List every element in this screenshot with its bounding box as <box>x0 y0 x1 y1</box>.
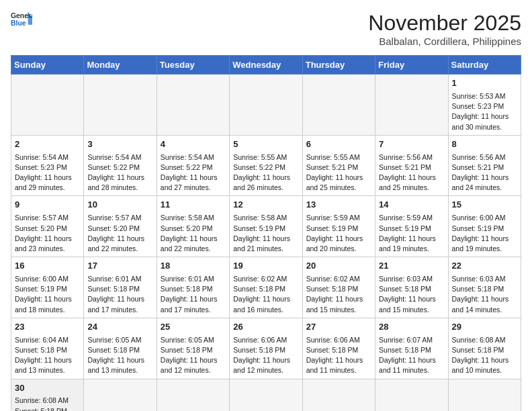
cell-content: 9Sunrise: 5:57 AMSunset: 5:20 PMDaylight… <box>15 199 80 254</box>
sunrise-text: Sunrise: 5:54 AM <box>87 152 152 163</box>
sunset-text: Sunset: 5:18 PM <box>379 284 444 294</box>
cell-content: 30Sunrise: 6:08 AMSunset: 5:18 PMDayligh… <box>15 382 80 411</box>
sunset-text: Sunset: 5:22 PM <box>87 163 152 173</box>
day-number: 7 <box>379 138 444 151</box>
calendar-cell: 12Sunrise: 5:58 AMSunset: 5:19 PMDayligh… <box>230 196 302 257</box>
daylight-text: Daylight: 11 hours and 28 minutes. <box>87 173 152 193</box>
sunrise-text: Sunrise: 5:57 AM <box>15 213 80 223</box>
cell-content: 10Sunrise: 5:57 AMSunset: 5:20 PMDayligh… <box>87 199 152 254</box>
sunset-text: Sunset: 5:20 PM <box>15 224 80 234</box>
day-number: 17 <box>87 260 152 273</box>
sunrise-text: Sunrise: 6:05 AM <box>87 335 152 345</box>
cell-content: 6Sunrise: 5:55 AMSunset: 5:21 PMDaylight… <box>306 138 371 193</box>
day-number: 22 <box>452 260 517 273</box>
day-number: 3 <box>87 138 152 151</box>
cell-content: 1Sunrise: 5:53 AMSunset: 5:23 PMDaylight… <box>452 77 517 132</box>
daylight-text: Daylight: 11 hours and 10 minutes. <box>452 355 517 375</box>
sunrise-text: Sunrise: 6:03 AM <box>452 274 517 284</box>
daylight-text: Daylight: 11 hours and 21 minutes. <box>233 234 298 254</box>
day-number: 26 <box>233 321 298 334</box>
day-number: 12 <box>233 199 298 212</box>
daylight-text: Daylight: 11 hours and 12 minutes. <box>233 355 298 375</box>
calendar-cell <box>375 75 448 136</box>
sunset-text: Sunset: 5:18 PM <box>15 345 80 355</box>
cell-content: 3Sunrise: 5:54 AMSunset: 5:22 PMDaylight… <box>87 138 152 193</box>
col-header-monday: Monday <box>84 56 157 75</box>
day-number: 18 <box>161 260 226 273</box>
cell-content: 17Sunrise: 6:01 AMSunset: 5:18 PMDayligh… <box>87 260 152 315</box>
cell-content: 23Sunrise: 6:04 AMSunset: 5:18 PMDayligh… <box>15 321 80 376</box>
sunset-text: Sunset: 5:18 PM <box>233 345 298 355</box>
day-number: 8 <box>452 138 517 151</box>
daylight-text: Daylight: 11 hours and 22 minutes. <box>161 234 226 254</box>
day-number: 15 <box>452 199 517 212</box>
sunrise-text: Sunrise: 6:00 AM <box>15 274 80 284</box>
sunset-text: Sunset: 5:19 PM <box>15 284 80 294</box>
svg-text:Blue: Blue <box>11 19 26 27</box>
calendar-cell: 13Sunrise: 5:59 AMSunset: 5:19 PMDayligh… <box>302 196 375 257</box>
sunrise-text: Sunrise: 6:02 AM <box>306 274 371 284</box>
day-number: 14 <box>379 199 444 212</box>
day-number: 1 <box>452 77 517 90</box>
sunset-text: Sunset: 5:22 PM <box>161 163 226 173</box>
calendar-table: SundayMondayTuesdayWednesdayThursdayFrid… <box>11 55 521 411</box>
calendar-cell: 6Sunrise: 5:55 AMSunset: 5:21 PMDaylight… <box>302 135 375 196</box>
sunset-text: Sunset: 5:23 PM <box>452 101 517 111</box>
sunset-text: Sunset: 5:18 PM <box>452 345 517 355</box>
daylight-text: Daylight: 11 hours and 13 minutes. <box>15 355 80 375</box>
daylight-text: Daylight: 11 hours and 19 minutes. <box>379 234 444 254</box>
calendar-cell <box>302 379 375 411</box>
calendar-cell: 25Sunrise: 6:05 AMSunset: 5:18 PMDayligh… <box>157 318 229 379</box>
calendar-cell <box>11 75 84 136</box>
sunset-text: Sunset: 5:18 PM <box>306 284 371 294</box>
sunset-text: Sunset: 5:19 PM <box>379 224 444 234</box>
calendar-cell: 3Sunrise: 5:54 AMSunset: 5:22 PMDaylight… <box>84 135 157 196</box>
sunset-text: Sunset: 5:18 PM <box>15 406 80 411</box>
calendar-cell: 26Sunrise: 6:06 AMSunset: 5:18 PMDayligh… <box>230 318 302 379</box>
day-number: 21 <box>379 260 444 273</box>
calendar-week-row: 23Sunrise: 6:04 AMSunset: 5:18 PMDayligh… <box>11 318 521 379</box>
sunset-text: Sunset: 5:21 PM <box>306 163 371 173</box>
month-title: November 2025 <box>368 11 521 36</box>
sunrise-text: Sunrise: 6:01 AM <box>87 274 152 284</box>
location-title: Balbalan, Cordillera, Philippines <box>368 36 521 47</box>
cell-content: 5Sunrise: 5:55 AMSunset: 5:22 PMDaylight… <box>233 138 298 193</box>
cell-content: 4Sunrise: 5:54 AMSunset: 5:22 PMDaylight… <box>161 138 226 193</box>
calendar-cell: 29Sunrise: 6:08 AMSunset: 5:18 PMDayligh… <box>448 318 521 379</box>
calendar-cell: 17Sunrise: 6:01 AMSunset: 5:18 PMDayligh… <box>84 257 157 318</box>
calendar-cell: 5Sunrise: 5:55 AMSunset: 5:22 PMDaylight… <box>230 135 302 196</box>
calendar-cell: 15Sunrise: 6:00 AMSunset: 5:19 PMDayligh… <box>448 196 521 257</box>
cell-content: 27Sunrise: 6:06 AMSunset: 5:18 PMDayligh… <box>306 321 371 376</box>
calendar-week-row: 2Sunrise: 5:54 AMSunset: 5:23 PMDaylight… <box>11 135 521 196</box>
calendar-cell <box>230 379 302 411</box>
cell-content: 2Sunrise: 5:54 AMSunset: 5:23 PMDaylight… <box>15 138 80 193</box>
sunset-text: Sunset: 5:21 PM <box>379 163 444 173</box>
col-header-sunday: Sunday <box>11 56 84 75</box>
cell-content: 7Sunrise: 5:56 AMSunset: 5:21 PMDaylight… <box>379 138 444 193</box>
calendar-cell: 8Sunrise: 5:56 AMSunset: 5:21 PMDaylight… <box>448 135 521 196</box>
sunset-text: Sunset: 5:18 PM <box>233 284 298 294</box>
svg-marker-3 <box>28 18 32 25</box>
daylight-text: Daylight: 11 hours and 24 minutes. <box>452 173 517 193</box>
logo: General Blue <box>11 11 32 30</box>
calendar-cell <box>84 379 157 411</box>
daylight-text: Daylight: 11 hours and 20 minutes. <box>306 234 371 254</box>
daylight-text: Daylight: 11 hours and 17 minutes. <box>161 294 226 314</box>
day-number: 30 <box>15 382 80 395</box>
day-number: 23 <box>15 321 80 334</box>
header: General Blue November 2025 Balbalan, Cor… <box>11 11 521 47</box>
sunset-text: Sunset: 5:18 PM <box>161 284 226 294</box>
cell-content: 24Sunrise: 6:05 AMSunset: 5:18 PMDayligh… <box>87 321 152 376</box>
day-number: 9 <box>15 199 80 212</box>
calendar-cell <box>448 379 521 411</box>
calendar-cell: 22Sunrise: 6:03 AMSunset: 5:18 PMDayligh… <box>448 257 521 318</box>
sunrise-text: Sunrise: 5:58 AM <box>233 213 298 223</box>
sunrise-text: Sunrise: 6:01 AM <box>161 274 226 284</box>
day-number: 28 <box>379 321 444 334</box>
day-headers-row: SundayMondayTuesdayWednesdayThursdayFrid… <box>11 56 521 75</box>
sunrise-text: Sunrise: 5:56 AM <box>379 152 444 163</box>
day-number: 25 <box>161 321 226 334</box>
calendar-cell: 23Sunrise: 6:04 AMSunset: 5:18 PMDayligh… <box>11 318 84 379</box>
col-header-tuesday: Tuesday <box>157 56 229 75</box>
daylight-text: Daylight: 11 hours and 27 minutes. <box>161 173 226 193</box>
